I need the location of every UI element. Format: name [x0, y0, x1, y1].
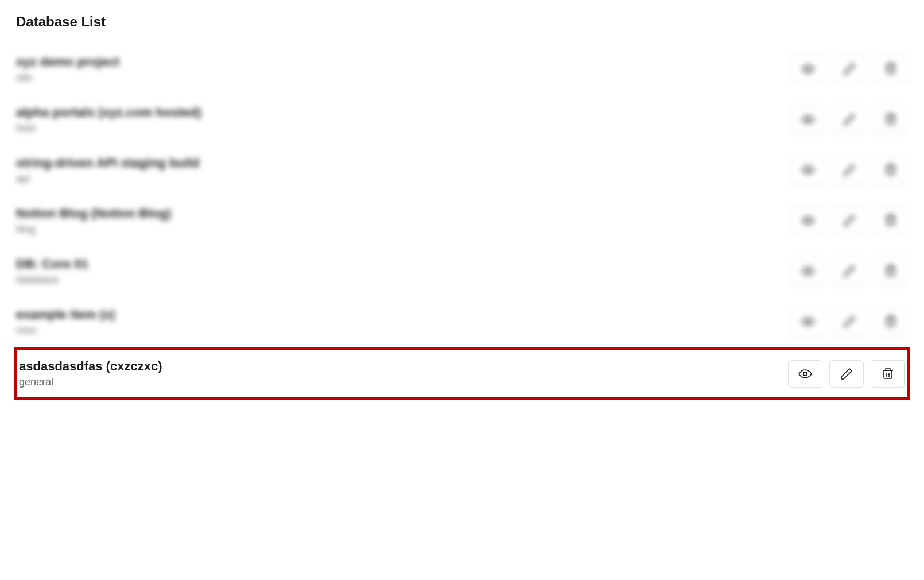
- delete-button[interactable]: [873, 207, 908, 234]
- svg-rect-3: [887, 116, 895, 124]
- delete-button[interactable]: [873, 106, 908, 133]
- svg-point-4: [806, 168, 810, 172]
- view-button[interactable]: [788, 360, 822, 388]
- eye-icon: [801, 62, 815, 76]
- delete-button[interactable]: [873, 55, 908, 83]
- list-item-highlighted: asdasdasdfas (cxzczxc) general: [14, 347, 910, 400]
- edit-button[interactable]: [832, 156, 867, 184]
- pencil-icon: [843, 113, 856, 126]
- pencil-icon: [840, 367, 853, 381]
- list-item: DB: Core 01 database: [16, 246, 908, 296]
- eye-icon: [798, 367, 812, 381]
- item-title: Notion Blog (Notion Blog): [16, 206, 171, 221]
- svg-rect-7: [887, 217, 895, 225]
- pencil-icon: [843, 62, 856, 76]
- item-actions: [788, 360, 905, 388]
- item-subtitle: api: [16, 173, 199, 185]
- edit-button[interactable]: [832, 106, 867, 133]
- item-info: asdasdasdfas (cxzczxc) general: [19, 359, 162, 388]
- pencil-icon: [843, 214, 856, 227]
- item-actions: [791, 207, 908, 234]
- view-button[interactable]: [791, 257, 825, 285]
- item-info: alpha portals (xyz.com hosted) host: [16, 105, 201, 134]
- item-actions: [791, 156, 908, 184]
- view-button[interactable]: [791, 55, 825, 83]
- item-subtitle: blog: [16, 223, 171, 235]
- svg-point-0: [806, 67, 810, 71]
- eye-icon: [801, 214, 815, 227]
- item-actions: [791, 257, 908, 285]
- item-subtitle: site: [16, 72, 119, 84]
- edit-button[interactable]: [832, 55, 867, 83]
- eye-icon: [801, 315, 815, 328]
- item-info: DB: Core 01 database: [16, 257, 88, 286]
- list-item: string-driven API staging build api: [16, 145, 908, 195]
- delete-button[interactable]: [873, 308, 908, 335]
- svg-rect-11: [887, 318, 895, 326]
- trash-icon: [884, 163, 898, 177]
- list-item: alpha portals (xyz.com hosted) host: [16, 94, 908, 145]
- eye-icon: [801, 113, 815, 126]
- view-button[interactable]: [791, 308, 825, 335]
- delete-button[interactable]: [871, 360, 905, 388]
- view-button[interactable]: [791, 156, 825, 184]
- svg-point-6: [806, 219, 810, 222]
- view-button[interactable]: [791, 106, 825, 133]
- edit-button[interactable]: [829, 360, 864, 388]
- svg-rect-1: [887, 65, 895, 74]
- item-actions: [791, 106, 908, 133]
- edit-button[interactable]: [832, 207, 867, 234]
- trash-icon: [884, 62, 898, 76]
- page-title: Database List: [16, 14, 908, 30]
- item-title: DB: Core 01: [16, 257, 88, 272]
- svg-point-8: [806, 269, 810, 273]
- list-item: example item (x) misc: [16, 296, 908, 347]
- item-info: example item (x) misc: [16, 307, 115, 337]
- item-info: xyz demo project site: [16, 55, 119, 84]
- item-info: Notion Blog (Notion Blog) blog: [16, 206, 171, 235]
- edit-button[interactable]: [832, 257, 867, 285]
- item-subtitle: general: [19, 376, 162, 388]
- eye-icon: [801, 264, 815, 278]
- item-subtitle: misc: [16, 324, 115, 337]
- item-info: string-driven API staging build api: [16, 156, 199, 185]
- database-list: xyz demo project site alpha portals (xyz…: [16, 44, 908, 400]
- trash-icon: [884, 315, 898, 328]
- svg-rect-5: [887, 167, 895, 175]
- pencil-icon: [843, 163, 856, 177]
- item-title: xyz demo project: [16, 55, 119, 69]
- item-actions: [791, 55, 908, 83]
- svg-rect-13: [884, 370, 892, 378]
- trash-icon: [884, 113, 898, 126]
- edit-button[interactable]: [832, 308, 867, 335]
- list-item: Notion Blog (Notion Blog) blog: [16, 195, 908, 246]
- item-title: string-driven API staging build: [16, 156, 199, 171]
- eye-icon: [801, 163, 815, 177]
- svg-point-2: [806, 118, 810, 121]
- pencil-icon: [843, 264, 856, 278]
- pencil-icon: [843, 315, 856, 328]
- item-title: alpha portals (xyz.com hosted): [16, 105, 201, 120]
- item-actions: [791, 308, 908, 335]
- list-item: xyz demo project site: [16, 44, 908, 94]
- trash-icon: [884, 264, 898, 278]
- item-title: example item (x): [16, 307, 115, 322]
- svg-point-10: [806, 320, 810, 323]
- trash-icon: [881, 367, 895, 381]
- svg-point-12: [803, 372, 807, 376]
- item-title: asdasdasdfas (cxzczxc): [19, 359, 162, 374]
- trash-icon: [884, 214, 898, 227]
- item-subtitle: host: [16, 122, 201, 134]
- delete-button[interactable]: [873, 257, 908, 285]
- svg-rect-9: [887, 268, 895, 276]
- item-subtitle: database: [16, 274, 88, 286]
- view-button[interactable]: [791, 207, 825, 234]
- delete-button[interactable]: [873, 156, 908, 184]
